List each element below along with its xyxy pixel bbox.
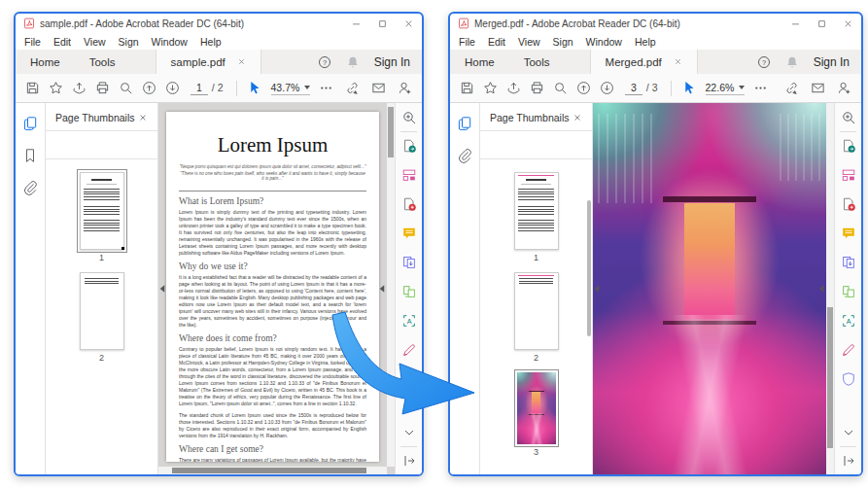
notifications-bell-icon[interactable] bbox=[346, 55, 360, 69]
zoom-level-dropdown[interactable]: 22.6% bbox=[706, 82, 746, 95]
sign-in-button[interactable]: Sign In bbox=[814, 55, 850, 69]
print-button[interactable] bbox=[530, 81, 544, 95]
thumbnail-page-1[interactable]: 1 bbox=[514, 172, 559, 262]
fill-sign-icon[interactable] bbox=[401, 342, 417, 358]
bookmarks-icon[interactable] bbox=[22, 148, 38, 163]
share-upload-button[interactable] bbox=[72, 81, 87, 95]
comment-icon[interactable] bbox=[841, 226, 856, 241]
more-tools-button[interactable] bbox=[319, 81, 333, 95]
previous-page-button[interactable] bbox=[576, 81, 591, 95]
next-page-button[interactable] bbox=[600, 81, 614, 95]
close-icon[interactable] bbox=[403, 18, 414, 29]
menu-view[interactable]: View bbox=[518, 36, 540, 48]
more-tools-chevron-icon[interactable] bbox=[841, 425, 856, 440]
share-upload-button[interactable] bbox=[506, 81, 521, 95]
select-tool-cursor-icon[interactable] bbox=[248, 81, 262, 95]
menu-window[interactable]: Window bbox=[586, 36, 622, 48]
save-button[interactable] bbox=[25, 81, 40, 95]
menu-edit[interactable]: Edit bbox=[53, 36, 71, 48]
help-icon[interactable] bbox=[318, 55, 331, 69]
menu-edit[interactable]: Edit bbox=[488, 36, 505, 48]
collapse-panel-left-icon[interactable] bbox=[594, 284, 600, 294]
search-button[interactable] bbox=[553, 81, 568, 95]
create-pdf-icon[interactable] bbox=[401, 196, 417, 212]
request-signatures-button[interactable] bbox=[837, 81, 851, 95]
tab-home[interactable]: Home bbox=[450, 50, 509, 74]
menu-sign[interactable]: Sign bbox=[119, 36, 139, 48]
collapse-tools-pane-icon[interactable] bbox=[401, 453, 417, 469]
collapse-panel-right-icon[interactable] bbox=[379, 284, 385, 294]
page-thumbnails-icon[interactable] bbox=[457, 116, 472, 131]
compress-pdf-icon[interactable] bbox=[401, 255, 417, 270]
tab-close-icon[interactable] bbox=[237, 57, 246, 66]
email-button[interactable] bbox=[811, 81, 825, 95]
horizontal-scrollbar[interactable] bbox=[158, 467, 387, 474]
vertical-scrollbar[interactable] bbox=[826, 103, 834, 474]
previous-page-button[interactable] bbox=[142, 81, 156, 95]
search-tools-icon[interactable] bbox=[841, 110, 856, 125]
share-link-button[interactable] bbox=[784, 81, 799, 95]
more-tools-chevron-icon[interactable] bbox=[401, 425, 417, 440]
minimize-icon[interactable] bbox=[790, 18, 801, 29]
save-button[interactable] bbox=[460, 81, 474, 95]
organize-pages-icon[interactable] bbox=[401, 167, 417, 183]
collapse-panel-left-icon[interactable] bbox=[159, 284, 165, 294]
thumbnail-page-2[interactable]: 2 bbox=[80, 272, 124, 363]
menu-help[interactable]: Help bbox=[200, 36, 222, 48]
share-link-button[interactable] bbox=[345, 81, 360, 95]
comment-icon[interactable] bbox=[401, 226, 417, 241]
minimize-icon[interactable] bbox=[351, 18, 362, 29]
menu-file[interactable]: File bbox=[459, 36, 475, 48]
thumbnail-page-1[interactable]: 1 bbox=[80, 172, 124, 262]
collapse-panel-right-icon[interactable] bbox=[818, 284, 824, 294]
scan-ocr-icon[interactable] bbox=[401, 313, 417, 329]
page-number-input[interactable]: 1 bbox=[191, 82, 208, 95]
panel-close-icon[interactable] bbox=[138, 113, 148, 122]
notifications-bell-icon[interactable] bbox=[785, 55, 799, 69]
search-button[interactable] bbox=[119, 81, 133, 95]
export-pdf-icon[interactable] bbox=[841, 138, 856, 154]
combine-files-icon[interactable] bbox=[401, 284, 417, 299]
panel-scrollbar[interactable] bbox=[587, 200, 591, 336]
favorite-star-button[interactable] bbox=[483, 81, 498, 95]
menu-help[interactable]: Help bbox=[635, 36, 656, 48]
zoom-level-dropdown[interactable]: 43.7% bbox=[271, 82, 311, 95]
vertical-scrollbar[interactable] bbox=[387, 103, 395, 467]
next-page-button[interactable] bbox=[165, 81, 180, 95]
tab-tools[interactable]: Tools bbox=[509, 50, 565, 74]
export-pdf-icon[interactable] bbox=[401, 138, 417, 154]
menu-file[interactable]: File bbox=[24, 36, 41, 48]
maximize-icon[interactable] bbox=[816, 18, 827, 29]
thumbnail-page-2[interactable]: 2 bbox=[514, 272, 559, 363]
compress-pdf-icon[interactable] bbox=[841, 255, 856, 270]
attachments-icon[interactable] bbox=[457, 148, 472, 163]
menu-sign[interactable]: Sign bbox=[553, 36, 573, 48]
tab-document[interactable]: Merged.pdf bbox=[590, 50, 698, 74]
print-button[interactable] bbox=[95, 81, 110, 95]
menu-window[interactable]: Window bbox=[152, 36, 188, 48]
collapse-tools-pane-icon[interactable] bbox=[841, 453, 856, 469]
protect-icon[interactable] bbox=[401, 371, 417, 387]
fill-sign-icon[interactable] bbox=[841, 342, 856, 358]
maximize-icon[interactable] bbox=[377, 18, 388, 29]
scan-ocr-icon[interactable] bbox=[841, 313, 856, 329]
tab-home[interactable]: Home bbox=[16, 50, 75, 74]
protect-icon[interactable] bbox=[841, 371, 856, 387]
attachments-icon[interactable] bbox=[22, 180, 38, 195]
more-tools-button[interactable] bbox=[753, 81, 768, 95]
help-icon[interactable] bbox=[757, 55, 771, 69]
menu-view[interactable]: View bbox=[84, 36, 106, 48]
favorite-star-button[interactable] bbox=[49, 81, 63, 95]
search-tools-icon[interactable] bbox=[401, 110, 417, 125]
close-icon[interactable] bbox=[843, 18, 853, 29]
thumbnail-page-3[interactable]: 3 bbox=[517, 372, 556, 457]
create-pdf-icon[interactable] bbox=[841, 196, 856, 212]
select-tool-cursor-icon[interactable] bbox=[682, 81, 697, 95]
page-thumbnails-icon[interactable] bbox=[22, 116, 38, 131]
tab-document[interactable]: sample.pdf bbox=[156, 50, 261, 74]
page-number-input[interactable]: 3 bbox=[625, 82, 642, 95]
sign-in-button[interactable]: Sign In bbox=[374, 55, 410, 69]
organize-pages-icon[interactable] bbox=[841, 167, 856, 183]
tab-close-icon[interactable] bbox=[674, 57, 682, 66]
combine-files-icon[interactable] bbox=[841, 284, 856, 299]
